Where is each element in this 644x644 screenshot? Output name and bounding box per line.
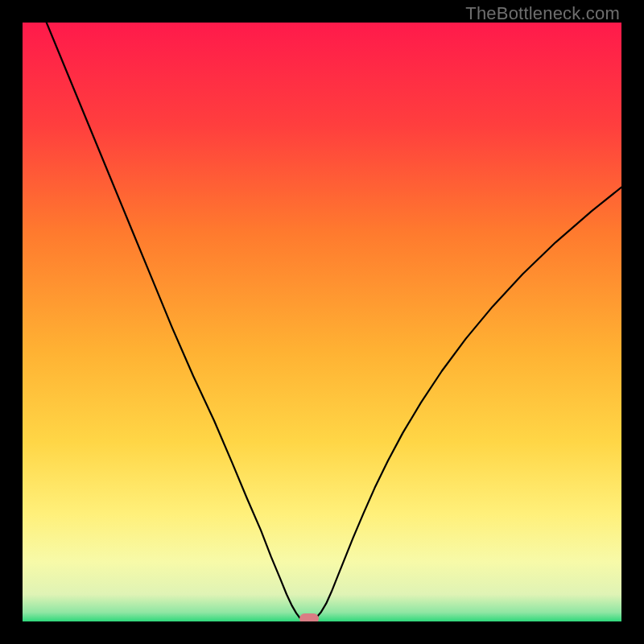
chart-frame: TheBottleneck.com bbox=[0, 0, 644, 644]
optimal-point-marker bbox=[299, 613, 319, 621]
plot-area bbox=[23, 23, 621, 621]
bottleneck-curve bbox=[23, 23, 621, 621]
watermark-text: TheBottleneck.com bbox=[465, 3, 620, 24]
